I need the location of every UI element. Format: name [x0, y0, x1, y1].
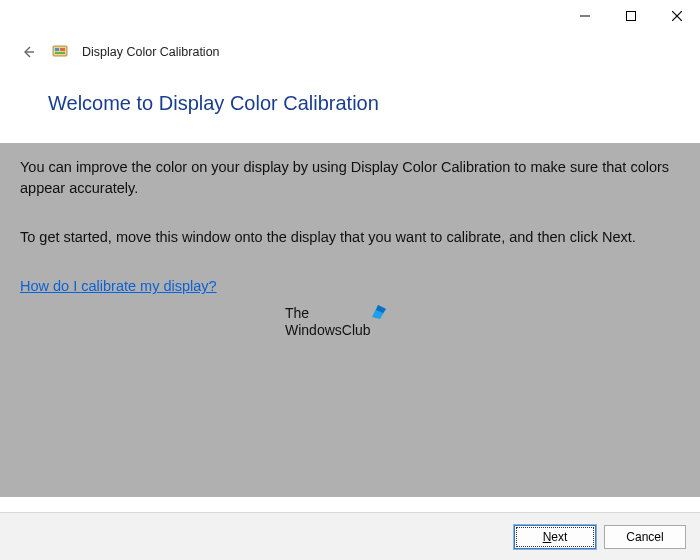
svg-rect-7	[60, 48, 65, 51]
back-button[interactable]	[18, 42, 38, 62]
maximize-button[interactable]	[608, 0, 654, 32]
window-title: Display Color Calibration	[82, 45, 220, 59]
minimize-button[interactable]	[562, 0, 608, 32]
titlebar	[0, 0, 700, 32]
minimize-icon	[580, 11, 590, 21]
app-icon	[52, 44, 68, 60]
intro-paragraph-2: To get started, move this window onto th…	[20, 227, 680, 248]
close-icon	[672, 11, 682, 21]
watermark-text: The WindowsClub	[285, 305, 371, 339]
body-area: You can improve the color on your displa…	[0, 143, 700, 497]
watermark-icon	[370, 303, 388, 327]
back-arrow-icon	[20, 44, 36, 60]
content: Welcome to Display Color Calibration You…	[0, 84, 700, 497]
footer: Next Cancel	[0, 512, 700, 560]
page-heading: Welcome to Display Color Calibration	[48, 92, 652, 115]
watermark-line1: The	[285, 305, 371, 322]
help-link[interactable]: How do I calibrate my display?	[20, 278, 217, 294]
svg-rect-6	[55, 48, 59, 51]
intro-paragraph-1: You can improve the color on your displa…	[20, 157, 680, 199]
heading-area: Welcome to Display Color Calibration	[0, 84, 700, 143]
header: Display Color Calibration	[0, 32, 700, 84]
maximize-icon	[626, 11, 636, 21]
cancel-button[interactable]: Cancel	[604, 525, 686, 549]
next-button[interactable]: Next	[514, 525, 596, 549]
svg-rect-1	[627, 12, 636, 21]
watermark-line2: WindowsClub	[285, 322, 371, 339]
close-button[interactable]	[654, 0, 700, 32]
svg-rect-8	[55, 52, 65, 54]
next-button-rest: ext	[551, 530, 567, 544]
